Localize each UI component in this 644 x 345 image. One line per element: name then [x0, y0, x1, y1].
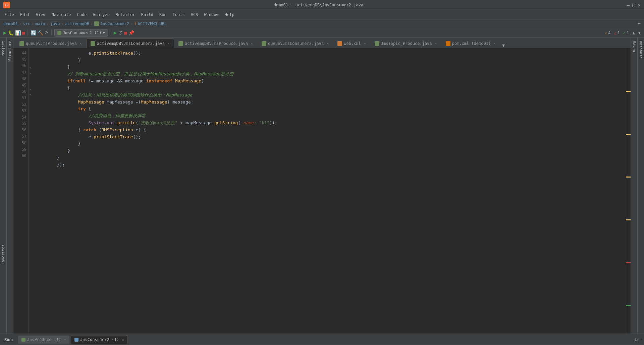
run-tab-jmsconsumer2[interactable]: JmsConsumer2 (1) ✕ [71, 336, 128, 344]
fold-marker-52[interactable]: ▾ [29, 93, 31, 96]
tab-close[interactable]: ✕ [494, 42, 496, 45]
tab-close[interactable]: ✕ [80, 42, 82, 45]
warning-count-item[interactable]: ⚠ 4 [605, 30, 610, 35]
window-controls[interactable]: — □ ✕ [627, 2, 641, 8]
line-numbers: 44 45 46 47 48 49 50 51 52 53 54 55 56 5… [13, 48, 29, 334]
line-num: 53 [15, 108, 26, 114]
structure-label[interactable]: Structure [8, 41, 12, 61]
toolbar-update-btn[interactable]: 🔄 [31, 30, 36, 36]
project-sidebar-tab[interactable]: Project [0, 38, 7, 334]
run-label: Run: [2, 337, 17, 342]
tab-activemqdb-jmsconsumer2[interactable]: activemqDB\JmsConsumer2.java ✕ [86, 39, 174, 48]
line-num: 56 [15, 127, 26, 133]
menu-window[interactable]: Window [201, 12, 221, 18]
nav-down-icon[interactable]: ▼ [638, 30, 641, 35]
tab-webxml[interactable]: web.xml ✕ [333, 39, 370, 48]
menu-help[interactable]: Help [222, 12, 237, 18]
navigate-back-icon[interactable]: ⬅ [637, 20, 641, 27]
breadcrumb-field[interactable]: ACTIVEMQ_URL [138, 21, 167, 26]
tab-close[interactable]: ✕ [364, 42, 366, 45]
line-num: 46 [15, 63, 26, 69]
breadcrumb-demo01[interactable]: demo01 [3, 21, 18, 26]
tab-label: queue\JmsConsumer2.java [268, 41, 324, 46]
toolbar-pin-btn[interactable]: 📌 [128, 30, 134, 36]
toolbar-profile-dropdown[interactable]: JmsConsumer2 (1) ▼ [54, 29, 108, 37]
tab-icon [337, 41, 342, 46]
tab-icon [262, 41, 266, 46]
tab-jmstopic-produce[interactable]: JmsTopic_Produce.java ✕ [370, 39, 441, 48]
menu-refactor[interactable]: Refactor [113, 12, 138, 18]
code-line-53: //消费消息，则需要解决异常 [36, 113, 623, 120]
menu-edit[interactable]: Edit [17, 12, 33, 18]
nav-up-icon[interactable]: ▲ [633, 30, 635, 35]
database-sidebar-tab[interactable]: Database [637, 38, 644, 334]
toolbar-stop2-btn[interactable]: ■ [124, 30, 127, 36]
fold-marker-51[interactable]: ▾ [29, 87, 31, 91]
breadcrumb-activemqdb[interactable]: activemqDB [65, 21, 89, 26]
minimize-button[interactable]: — [627, 2, 630, 8]
toolbar-history-btn[interactable]: ⏱ [118, 30, 123, 36]
run-tab-close[interactable]: ✕ [64, 338, 66, 341]
tab-pomxml[interactable]: pom.xml (demo01) ✕ [441, 39, 500, 48]
tab-close[interactable]: ✕ [251, 42, 253, 45]
tab-label: activemqDB\JmsProduce.java [185, 41, 248, 46]
toolbar-coverage-btn[interactable]: 📊 [15, 30, 21, 36]
tab-activemqdb-jmsproduce[interactable]: activemqDB\JmsProduce.java ✕ [174, 39, 257, 48]
menu-build[interactable]: Build [139, 12, 156, 18]
maven-sidebar-tab[interactable]: Maven [631, 38, 637, 334]
line-num: 50 [15, 88, 26, 95]
line-num: 45 [15, 56, 26, 63]
tab-queue-jmsproduce[interactable]: queue\JmsProduce.java ✕ [15, 39, 86, 48]
breadcrumb-java[interactable]: java [50, 21, 60, 26]
menu-analyze[interactable]: Analyze [90, 12, 112, 18]
close-button[interactable]: ✕ [638, 2, 641, 8]
breadcrumb-class[interactable]: JmsConsumer2 [100, 21, 129, 26]
breadcrumb-src[interactable]: src [23, 21, 31, 26]
line-num: 44 [15, 50, 26, 56]
menu-code[interactable]: Code [74, 12, 90, 18]
menu-run[interactable]: Run [157, 12, 169, 18]
settings-icon[interactable]: ⚙ [635, 337, 637, 342]
toolbar-run-btn[interactable]: ▶ [3, 29, 7, 36]
maven-label[interactable]: Maven [632, 41, 636, 52]
tab-overflow[interactable]: ▼ [500, 43, 507, 48]
ok-count-item[interactable]: ✓ 1 [623, 30, 629, 35]
code-editor[interactable]: 44 45 46 47 48 49 50 51 52 53 54 55 56 5… [13, 48, 631, 334]
fold-marker-48[interactable]: ▾ [29, 71, 31, 75]
tab-close[interactable]: ✕ [435, 42, 437, 45]
code-line-48: if(null != message && message instanceof… [36, 78, 623, 85]
tab-icon [375, 41, 379, 46]
line-num: 57 [15, 133, 26, 140]
breadcrumb-main[interactable]: main [36, 21, 45, 26]
menu-view[interactable]: View [33, 12, 48, 18]
toolbar-run2-btn[interactable]: ▶ [114, 29, 117, 36]
tab-close[interactable]: ✕ [327, 42, 329, 45]
tab-queue-jmsconsumer2[interactable]: queue\JmsConsumer2.java ✕ [257, 39, 333, 48]
structure-sidebar-tab[interactable]: Structure [7, 38, 13, 334]
menu-vcs[interactable]: VCS [188, 12, 201, 18]
database-label[interactable]: Database [639, 41, 643, 59]
menu-tools[interactable]: Tools [170, 12, 187, 18]
run-tab2-close[interactable]: ✕ [122, 338, 124, 342]
tab-close[interactable]: ✕ [168, 42, 170, 45]
toolbar-debug-btn[interactable]: 🐛 [8, 30, 14, 36]
run-tab-jmsproduce[interactable]: JmsProduce (1) ✕ [18, 336, 69, 344]
favorites-sidebar[interactable]: Favorites [0, 241, 7, 268]
toolbar-stop-btn[interactable]: ■ [22, 30, 25, 36]
fold-marker-47[interactable]: ▾ [29, 66, 31, 70]
favorites-label[interactable]: Favorites [1, 245, 5, 265]
menu-navigate[interactable]: Navigate [49, 12, 74, 18]
tab-icon [446, 41, 450, 46]
maximize-button[interactable]: □ [632, 2, 635, 8]
ok-icon: ✓ [623, 30, 626, 35]
toolbar-build-btn[interactable]: 🔨 [38, 30, 43, 36]
tab-icon [178, 41, 183, 46]
toolbar-sync-btn[interactable]: ⟳ [45, 30, 49, 36]
menu-file[interactable]: File [2, 12, 17, 18]
scroll-markers [626, 48, 631, 334]
minimize-panel-icon[interactable]: — [640, 337, 642, 342]
tab-label: pom.xml (demo01) [452, 41, 491, 46]
error-count-item[interactable]: △ 1 [614, 30, 620, 35]
project-label[interactable]: Project [1, 41, 5, 56]
code-content[interactable]: e.printStackTrace(); } } // 判断message是否为… [33, 48, 626, 334]
